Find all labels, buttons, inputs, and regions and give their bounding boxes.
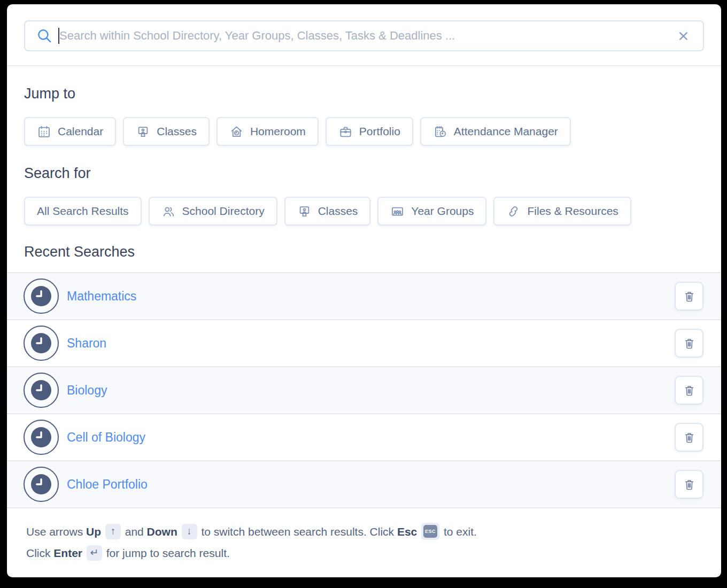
link-icon	[506, 204, 521, 219]
search-for-title: Search for	[24, 146, 704, 182]
jump-to-buttons: Calendar Classes	[24, 117, 704, 146]
down-key-label: Down	[147, 525, 177, 538]
filter-classes-button[interactable]: Classes	[284, 197, 371, 226]
filter-year-groups-button[interactable]: Year Groups	[377, 197, 486, 226]
clock-icon	[24, 373, 59, 408]
filter-school-directory-label: School Directory	[182, 205, 265, 218]
recent-search-row[interactable]: Sharon	[7, 320, 721, 367]
jump-attendance-manager-button[interactable]: Attendance Manager	[420, 117, 571, 146]
jump-homeroom-button[interactable]: Homeroom	[216, 117, 319, 146]
up-key-label: Up	[86, 525, 101, 538]
jump-to-section: Jump to Calendar	[7, 66, 721, 146]
esc-key-icon: esc	[421, 523, 439, 540]
search-bar-area	[7, 4, 721, 65]
clock-icon	[24, 467, 59, 502]
home-clock-icon	[229, 125, 244, 139]
trash-icon	[683, 337, 696, 350]
jump-calendar-button[interactable]: Calendar	[24, 117, 116, 146]
people-icon	[161, 204, 176, 219]
hint-line-1: Use arrows Up ↑ and Down ↓ to switch bet…	[26, 521, 704, 543]
delete-recent-search-button[interactable]	[675, 423, 703, 452]
arrow-down-key-icon: ↓	[182, 524, 197, 539]
filter-school-directory-button[interactable]: School Directory	[149, 197, 277, 226]
trash-icon	[683, 384, 696, 397]
hint-line-2: Click Enter ↵ for jump to search result.	[26, 543, 704, 564]
attendance-clipboard-clock-icon	[433, 125, 447, 139]
recent-search-link[interactable]: Mathematics	[67, 289, 136, 304]
trash-icon	[683, 431, 696, 444]
trash-icon	[683, 478, 696, 491]
delete-recent-search-button[interactable]	[675, 376, 703, 405]
search-input[interactable]	[59, 29, 674, 43]
clock-icon	[24, 278, 59, 314]
recent-search-link[interactable]: Sharon	[67, 336, 106, 351]
teacher-board-icon	[136, 125, 150, 139]
search-for-section: Search for All Search Results School Dir…	[7, 146, 721, 226]
recent-searches-section: Recent Searches Mathematics	[7, 226, 721, 508]
search-modal: Jump to Calendar	[7, 4, 721, 577]
delete-recent-search-button[interactable]	[675, 282, 703, 311]
close-icon[interactable]	[674, 27, 692, 45]
calendar-icon	[37, 125, 51, 139]
recent-searches-list: Mathematics	[7, 272, 721, 508]
search-box[interactable]	[24, 20, 704, 51]
jump-calendar-label: Calendar	[58, 125, 103, 138]
jump-portfolio-label: Portfolio	[359, 125, 400, 138]
trash-icon	[683, 290, 696, 303]
recent-search-row[interactable]: Mathematics	[7, 273, 721, 320]
filter-files-resources-button[interactable]: Files & Resources	[493, 197, 631, 226]
clock-icon	[24, 420, 59, 455]
search-icon	[36, 27, 53, 44]
recent-search-link[interactable]: Cell of Biology	[67, 430, 145, 445]
esc-key-label: Esc	[397, 525, 417, 538]
recent-search-link[interactable]: Chloe Portfolio	[67, 477, 148, 492]
recent-search-link[interactable]: Biology	[67, 383, 107, 398]
delete-recent-search-button[interactable]	[675, 470, 703, 499]
enter-key-icon: ↵	[87, 545, 102, 561]
filter-all-search-results-label: All Search Results	[37, 205, 129, 218]
filter-files-resources-label: Files & Resources	[527, 205, 618, 218]
recent-searches-title: Recent Searches	[24, 226, 704, 260]
jump-portfolio-button[interactable]: Portfolio	[326, 117, 413, 146]
jump-homeroom-label: Homeroom	[250, 125, 306, 138]
search-for-buttons: All Search Results School Directory	[24, 197, 704, 226]
recent-search-row[interactable]: Biology	[7, 367, 721, 414]
delete-recent-search-button[interactable]	[675, 329, 703, 358]
recent-search-row[interactable]: Chloe Portfolio	[7, 461, 721, 508]
jump-attendance-manager-label: Attendance Manager	[454, 125, 558, 138]
teacher-board-icon	[297, 204, 312, 219]
jump-to-title: Jump to	[24, 66, 704, 102]
briefcase-icon	[338, 125, 353, 139]
group-frame-icon	[390, 204, 405, 219]
clock-icon	[24, 326, 59, 361]
jump-classes-button[interactable]: Classes	[123, 117, 210, 146]
filter-year-groups-label: Year Groups	[411, 205, 474, 218]
recent-search-row[interactable]: Cell of Biology	[7, 414, 721, 461]
jump-classes-label: Classes	[157, 125, 197, 138]
filter-all-search-results-button[interactable]: All Search Results	[24, 197, 142, 226]
enter-key-label: Enter	[53, 547, 82, 559]
filter-classes-label: Classes	[318, 205, 358, 218]
arrow-up-key-icon: ↑	[105, 524, 121, 539]
keyboard-hints-footer: Use arrows Up ↑ and Down ↓ to switch bet…	[7, 508, 721, 564]
